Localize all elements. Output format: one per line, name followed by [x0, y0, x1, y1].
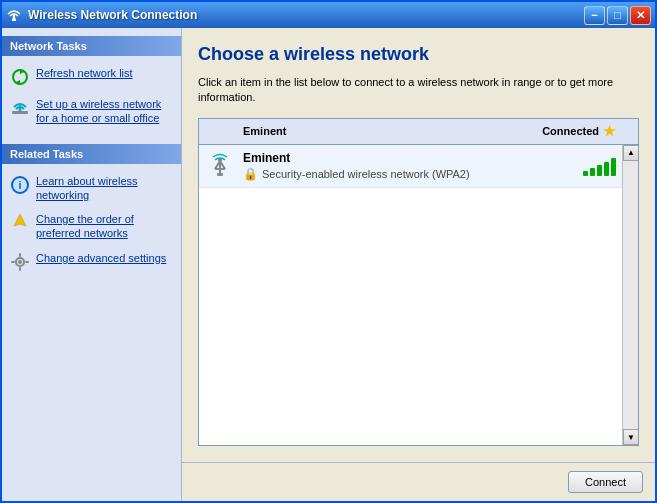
order-icon	[10, 213, 30, 233]
sidebar-item-learn[interactable]: i Learn about wireless networking	[2, 170, 181, 207]
window-body: Network Tasks Refresh network list	[2, 28, 655, 501]
signal-bar-5	[611, 158, 616, 176]
scroll-up-button[interactable]: ▲	[623, 145, 638, 161]
network-antenna-icon	[205, 151, 235, 181]
sidebar: Network Tasks Refresh network list	[2, 28, 182, 501]
network-list-items: Eminent 🔒 Security-enabled wireless netw…	[199, 145, 622, 445]
sidebar-item-refresh[interactable]: Refresh network list	[2, 62, 181, 91]
wireless-network-icon	[6, 7, 22, 23]
setup-icon	[10, 98, 30, 118]
sidebar-item-order[interactable]: Change the order of preferred networks	[2, 208, 181, 245]
svg-point-6	[19, 109, 22, 112]
network-list-header: Eminent Connected ★	[199, 119, 638, 145]
scrollbar-track[interactable]	[623, 161, 638, 429]
signal-bar-1	[583, 171, 588, 176]
learn-label: Learn about wireless networking	[36, 174, 173, 203]
maximize-button[interactable]: □	[607, 6, 628, 25]
svg-rect-15	[25, 261, 29, 263]
close-button[interactable]: ✕	[630, 6, 651, 25]
learn-icon: i	[10, 175, 30, 195]
scrollbar[interactable]: ▲ ▼	[622, 145, 638, 445]
svg-rect-12	[19, 253, 21, 257]
network-tasks-section-title: Network Tasks	[2, 36, 181, 56]
svg-marker-9	[14, 214, 26, 226]
favorite-star-icon: ★	[603, 123, 616, 139]
network-name-column-header: Eminent	[243, 125, 542, 137]
svg-rect-14	[11, 261, 15, 263]
sidebar-item-advanced[interactable]: Change advanced settings	[2, 247, 181, 276]
svg-text:i: i	[18, 179, 21, 191]
network-security: 🔒 Security-enabled wireless network (WPA…	[243, 167, 583, 181]
main-content: Choose a wireless network Click an item …	[182, 28, 655, 462]
scroll-down-button[interactable]: ▼	[623, 429, 638, 445]
svg-point-11	[18, 260, 22, 264]
svg-point-2	[13, 17, 16, 20]
signal-bar-3	[597, 165, 602, 176]
network-item[interactable]: Eminent 🔒 Security-enabled wireless netw…	[199, 145, 622, 188]
refresh-label: Refresh network list	[36, 66, 133, 80]
signal-column-header: Connected ★	[542, 123, 616, 139]
title-bar: Wireless Network Connection − □ ✕	[2, 2, 655, 28]
signal-bar-4	[604, 162, 609, 176]
window: Wireless Network Connection − □ ✕ Networ…	[0, 0, 657, 503]
network-list: Eminent Connected ★	[198, 118, 639, 446]
security-label: Security-enabled wireless network (WPA2)	[262, 168, 470, 180]
sidebar-item-setup[interactable]: Set up a wireless network for a home or …	[2, 93, 181, 130]
signal-bar-2	[590, 168, 595, 176]
security-icon: 🔒	[243, 167, 258, 181]
svg-rect-20	[217, 173, 223, 176]
advanced-label: Change advanced settings	[36, 251, 166, 265]
title-bar-buttons: − □ ✕	[584, 6, 651, 25]
setup-label: Set up a wireless network for a home or …	[36, 97, 173, 126]
network-list-body: Eminent 🔒 Security-enabled wireless netw…	[199, 145, 638, 445]
settings-icon	[10, 252, 30, 272]
footer: Connect	[182, 462, 655, 501]
minimize-button[interactable]: −	[584, 6, 605, 25]
svg-rect-13	[19, 267, 21, 271]
network-name: Eminent	[243, 151, 583, 165]
page-title: Choose a wireless network	[198, 44, 639, 65]
page-description: Click an item in the list below to conne…	[198, 75, 639, 106]
order-label: Change the order of preferred networks	[36, 212, 173, 241]
signal-bars	[583, 156, 616, 176]
window-title: Wireless Network Connection	[28, 8, 578, 22]
network-info: Eminent 🔒 Security-enabled wireless netw…	[243, 151, 583, 181]
connect-button[interactable]: Connect	[568, 471, 643, 493]
related-tasks-section-title: Related Tasks	[2, 144, 181, 164]
refresh-icon	[10, 67, 30, 87]
